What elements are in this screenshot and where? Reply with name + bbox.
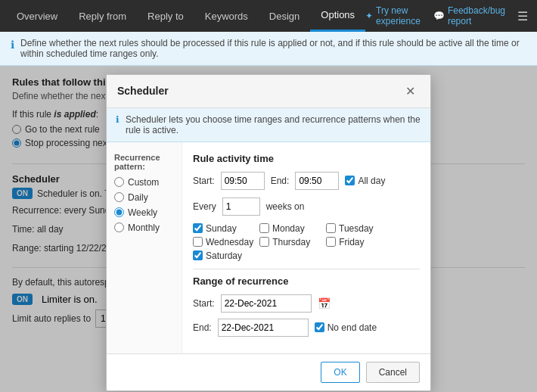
sunday-item: Sunday bbox=[193, 223, 253, 234]
wednesday-checkbox[interactable] bbox=[193, 237, 203, 247]
modal-header: Scheduler ✕ bbox=[107, 75, 430, 108]
no-end-date-row: No end date bbox=[315, 322, 377, 333]
end-time-label: End: bbox=[271, 176, 290, 186]
start-time-input[interactable] bbox=[221, 172, 265, 190]
days-grid: Sunday Monday Tuesday Wednesday bbox=[193, 223, 420, 261]
scheduler-modal: Scheduler ✕ ℹ Scheduler lets you choose … bbox=[106, 74, 431, 391]
range-end-label: End: bbox=[193, 322, 212, 333]
daily-label: Daily bbox=[128, 192, 148, 203]
every-label: Every bbox=[193, 201, 216, 212]
monthly-label: Monthly bbox=[128, 222, 160, 233]
weekly-radio[interactable] bbox=[114, 207, 124, 217]
weeks-on-label: weeks on bbox=[266, 201, 305, 212]
tuesday-item: Tuesday bbox=[326, 223, 386, 234]
try-new-experience-link[interactable]: ✦ Try new experience bbox=[365, 5, 424, 26]
star-icon: ✦ bbox=[365, 11, 373, 21]
range-start-label: Start: bbox=[193, 298, 215, 309]
modal-info-icon: ℹ bbox=[116, 114, 120, 125]
feedback-icon: 💬 bbox=[433, 11, 445, 21]
tab-keywords[interactable]: Keywords bbox=[194, 0, 259, 32]
friday-checkbox[interactable] bbox=[326, 237, 336, 247]
monthly-radio[interactable] bbox=[114, 222, 124, 232]
activity-time-title: Rule activity time bbox=[193, 153, 420, 164]
info-icon: ℹ bbox=[11, 39, 14, 51]
no-end-date-checkbox[interactable] bbox=[315, 322, 324, 332]
monday-label: Monday bbox=[272, 223, 305, 234]
main-content: Rules that follow this rule Define wheth… bbox=[0, 66, 537, 392]
custom-radio[interactable] bbox=[114, 177, 124, 187]
monday-item: Monday bbox=[259, 223, 320, 234]
tab-options[interactable]: Options bbox=[310, 0, 365, 32]
saturday-item: Saturday bbox=[193, 250, 253, 261]
modal-body: Recurrence pattern: Custom Daily Weekly bbox=[107, 142, 430, 353]
recurrence-label: Recurrence pattern: bbox=[114, 153, 174, 171]
modal-sidebar: Recurrence pattern: Custom Daily Weekly bbox=[107, 142, 182, 353]
every-number-input[interactable] bbox=[222, 198, 260, 216]
tab-reply-from[interactable]: Reply from bbox=[68, 0, 137, 32]
no-end-date-label: No end date bbox=[327, 322, 377, 333]
daily-recurrence-row: Daily bbox=[114, 192, 174, 203]
info-bar: ℹ Define whether the next rules should b… bbox=[0, 32, 537, 66]
all-day-checkbox-row: All day bbox=[345, 176, 385, 186]
calendar-icon[interactable]: 📅 bbox=[318, 297, 331, 310]
saturday-checkbox[interactable] bbox=[193, 250, 203, 260]
weekly-label: Weekly bbox=[128, 207, 157, 218]
monthly-recurrence-row: Monthly bbox=[114, 222, 174, 233]
wednesday-item: Wednesday bbox=[193, 237, 253, 247]
range-start-input[interactable] bbox=[221, 294, 312, 313]
range-start-row: Start: 📅 bbox=[193, 294, 420, 313]
custom-label: Custom bbox=[128, 177, 159, 188]
start-time-label: Start: bbox=[193, 176, 215, 186]
all-day-checkbox[interactable] bbox=[345, 176, 355, 185]
tuesday-checkbox[interactable] bbox=[326, 223, 336, 233]
every-weeks-row: Every weeks on bbox=[193, 198, 420, 216]
range-end-input[interactable] bbox=[218, 319, 309, 337]
feedback-link[interactable]: 💬 Feedback/bug report bbox=[433, 5, 505, 26]
range-end-row: End: No end date bbox=[193, 319, 420, 337]
thursday-item: Thursday bbox=[259, 237, 320, 247]
sunday-checkbox[interactable] bbox=[193, 223, 203, 233]
top-navigation: Overview Reply from Reply to Keywords De… bbox=[0, 0, 537, 32]
time-field-row: Start: End: All day bbox=[193, 172, 420, 190]
menu-button[interactable]: ☰ bbox=[514, 6, 531, 26]
monday-checkbox[interactable] bbox=[259, 223, 269, 233]
tab-overview[interactable]: Overview bbox=[6, 0, 68, 32]
tuesday-label: Tuesday bbox=[339, 223, 374, 234]
daily-radio[interactable] bbox=[114, 192, 124, 202]
modal-overlay: Scheduler ✕ ℹ Scheduler lets you choose … bbox=[0, 66, 537, 392]
modal-info-bar: ℹ Scheduler lets you choose time ranges … bbox=[107, 108, 430, 142]
tab-reply-to[interactable]: Reply to bbox=[137, 0, 194, 32]
cancel-button[interactable]: Cancel bbox=[366, 362, 420, 383]
modal-divider bbox=[193, 269, 420, 269]
tab-design[interactable]: Design bbox=[259, 0, 310, 32]
modal-title: Scheduler bbox=[117, 85, 169, 97]
modal-close-button[interactable]: ✕ bbox=[401, 82, 420, 100]
wednesday-label: Wednesday bbox=[206, 237, 253, 247]
end-time-input[interactable] bbox=[295, 172, 339, 190]
ok-button[interactable]: OK bbox=[321, 362, 359, 383]
modal-main-content: Rule activity time Start: End: All day E… bbox=[182, 142, 430, 353]
friday-label: Friday bbox=[339, 237, 364, 247]
range-title: Range of recurrence bbox=[193, 275, 420, 287]
custom-recurrence-row: Custom bbox=[114, 177, 174, 188]
saturday-label: Saturday bbox=[206, 250, 242, 261]
modal-info-text: Scheduler lets you choose time ranges an… bbox=[126, 114, 421, 135]
friday-item: Friday bbox=[326, 237, 386, 247]
weekly-recurrence-row: Weekly bbox=[114, 207, 174, 218]
thursday-checkbox[interactable] bbox=[259, 237, 269, 247]
sunday-label: Sunday bbox=[206, 223, 237, 234]
thursday-label: Thursday bbox=[272, 237, 310, 247]
modal-footer: OK Cancel bbox=[107, 353, 430, 390]
all-day-label: All day bbox=[358, 176, 385, 186]
